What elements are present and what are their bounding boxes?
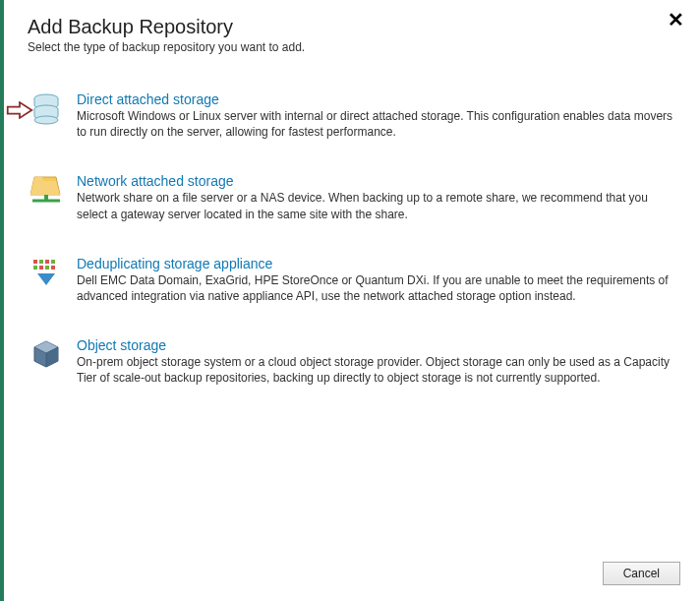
dialog-footer: Cancel [603,562,680,585]
option-title: Direct attached storage [77,91,676,107]
option-title: Deduplicating storage appliance [77,256,676,271]
option-title: Network attached storage [77,173,676,189]
svg-rect-8 [51,260,55,264]
options-list: Direct attached storage Microsoft Window… [4,62,700,430]
dialog-title: Add Backup Repository [28,16,676,38]
cancel-button[interactable]: Cancel [603,562,680,585]
option-network-attached-storage[interactable]: Network attached storage Network share o… [28,173,676,221]
svg-rect-9 [33,266,37,270]
dedup-icon [28,258,65,287]
svg-point-2 [34,116,58,124]
svg-rect-11 [45,266,49,270]
svg-rect-10 [39,266,43,270]
object-storage-icon [28,339,65,369]
nas-icon [28,175,65,205]
option-description: Dell EMC Data Domain, ExaGrid, HPE Store… [77,272,676,304]
svg-rect-7 [45,260,49,264]
option-description: On-prem object storage system or a cloud… [77,354,676,386]
option-description: Microsoft Windows or Linux server with i… [77,108,676,140]
option-deduplicating-appliance[interactable]: Deduplicating storage appliance Dell EMC… [28,256,676,304]
close-icon[interactable]: ✕ [668,10,684,30]
option-description: Network share on a file server or a NAS … [77,190,676,221]
dialog-subtitle: Select the type of backup repository you… [28,40,676,54]
option-object-storage[interactable]: Object storage On-prem object storage sy… [28,337,676,386]
svg-rect-6 [39,260,43,264]
option-title: Object storage [77,337,676,353]
svg-rect-12 [51,266,55,270]
dialog-header: Add Backup Repository Select the type of… [4,0,700,62]
pointer-arrow-icon [6,101,33,119]
svg-rect-5 [33,260,37,264]
svg-rect-4 [44,195,48,201]
option-direct-attached-storage[interactable]: Direct attached storage Microsoft Window… [28,91,676,140]
